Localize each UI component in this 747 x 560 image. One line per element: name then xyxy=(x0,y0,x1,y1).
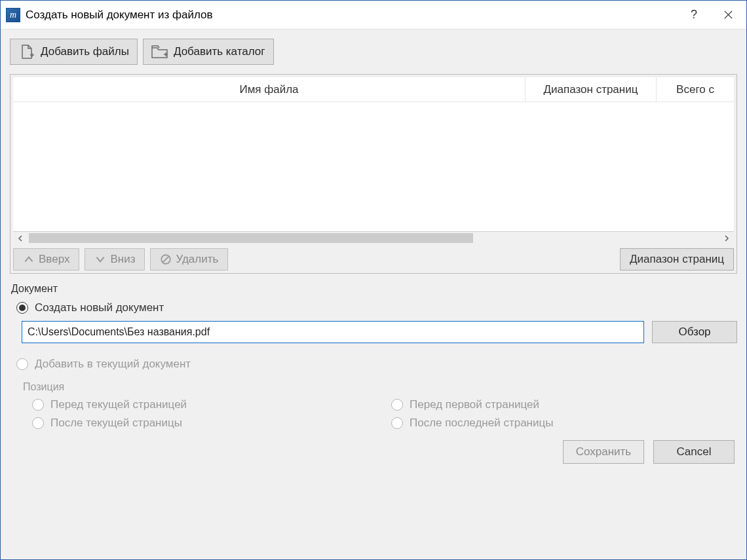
delete-label: Удалить xyxy=(176,253,218,266)
titlebar: m Создать новый документ из файлов ? xyxy=(1,1,746,29)
after-last-label: После последней страницы xyxy=(410,417,553,430)
move-up-button[interactable]: Вверх xyxy=(13,248,79,271)
scroll-thumb[interactable] xyxy=(29,233,473,243)
add-to-current-radio xyxy=(16,358,28,370)
column-total[interactable]: Всего с xyxy=(657,77,734,102)
window-title: Создать новый документ из файлов xyxy=(26,9,677,22)
add-files-label: Добавить файлы xyxy=(41,45,129,58)
page-range-button[interactable]: Диапазон страниц xyxy=(620,248,734,271)
move-down-label: Вниз xyxy=(110,253,135,266)
add-folder-button[interactable]: Добавить каталог xyxy=(143,39,274,65)
chevron-up-icon xyxy=(23,253,35,265)
scroll-track[interactable] xyxy=(28,232,719,244)
app-icon: m xyxy=(6,8,20,22)
move-up-label: Вверх xyxy=(39,253,69,266)
close-icon xyxy=(723,10,733,20)
scroll-right-arrow[interactable] xyxy=(719,232,734,244)
scroll-left-arrow[interactable] xyxy=(13,232,28,244)
after-current-row: После текущей страницы xyxy=(32,417,372,430)
column-filename[interactable]: Имя файла xyxy=(13,77,526,102)
after-current-radio xyxy=(32,417,44,429)
help-icon: ? xyxy=(691,8,697,22)
document-section-label: Документ xyxy=(11,283,737,295)
before-first-row: Перед первой страницей xyxy=(391,398,731,411)
create-new-radio-row[interactable]: Создать новый документ xyxy=(16,301,737,314)
page-range-label: Диапазон страниц xyxy=(630,253,724,266)
chevron-left-icon xyxy=(17,235,24,242)
after-last-radio xyxy=(391,417,403,429)
position-section-label: Позиция xyxy=(22,381,737,396)
cancel-button[interactable]: Cancel xyxy=(653,440,735,464)
folder-add-icon xyxy=(151,45,168,59)
horizontal-scrollbar[interactable] xyxy=(13,231,734,244)
add-to-current-radio-row: Добавить в текущий документ xyxy=(16,358,737,371)
browse-button[interactable]: Обзор xyxy=(652,321,737,343)
close-button[interactable] xyxy=(711,1,745,29)
table-header: Имя файла Диапазон страниц Всего с xyxy=(13,77,734,102)
dialog-content: Добавить файлы Добавить каталог Имя файл… xyxy=(1,29,746,559)
column-page-range[interactable]: Диапазон страниц xyxy=(526,77,657,102)
delete-button[interactable]: Удалить xyxy=(150,248,228,271)
before-current-radio xyxy=(32,399,44,411)
files-panel: Имя файла Диапазон страниц Всего с Вверх xyxy=(10,74,737,274)
add-folder-label: Добавить каталог xyxy=(174,45,265,58)
before-current-label: Перед текущей страницей xyxy=(50,398,187,411)
chevron-down-icon xyxy=(94,253,106,265)
files-table: Имя файла Диапазон страниц Всего с xyxy=(13,77,734,231)
prohibit-icon xyxy=(160,253,172,265)
dialog-footer: Сохранить Cancel xyxy=(10,432,737,465)
output-path-input[interactable] xyxy=(22,321,644,343)
file-add-icon xyxy=(18,45,35,59)
after-last-row: После последней страницы xyxy=(391,417,731,430)
before-first-radio xyxy=(391,399,403,411)
add-to-current-label: Добавить в текущий документ xyxy=(35,358,191,371)
create-new-label: Создать новый документ xyxy=(35,301,164,314)
move-down-button[interactable]: Вниз xyxy=(85,248,145,271)
before-first-label: Перед первой страницей xyxy=(410,398,539,411)
save-button[interactable]: Сохранить xyxy=(563,440,644,464)
before-current-row: Перед текущей страницей xyxy=(32,398,372,411)
after-current-label: После текущей страницы xyxy=(50,417,182,430)
reorder-buttons: Вверх Вниз Удалить Диапазон страниц xyxy=(13,244,734,271)
add-files-button[interactable]: Добавить файлы xyxy=(10,39,138,65)
toolbar: Добавить файлы Добавить каталог xyxy=(10,39,737,65)
path-row: Обзор xyxy=(10,321,737,343)
help-button[interactable]: ? xyxy=(677,1,711,29)
chevron-right-icon xyxy=(723,235,730,242)
position-section: Позиция Перед текущей страницей Перед пе… xyxy=(22,381,737,432)
create-new-radio[interactable] xyxy=(16,302,28,314)
